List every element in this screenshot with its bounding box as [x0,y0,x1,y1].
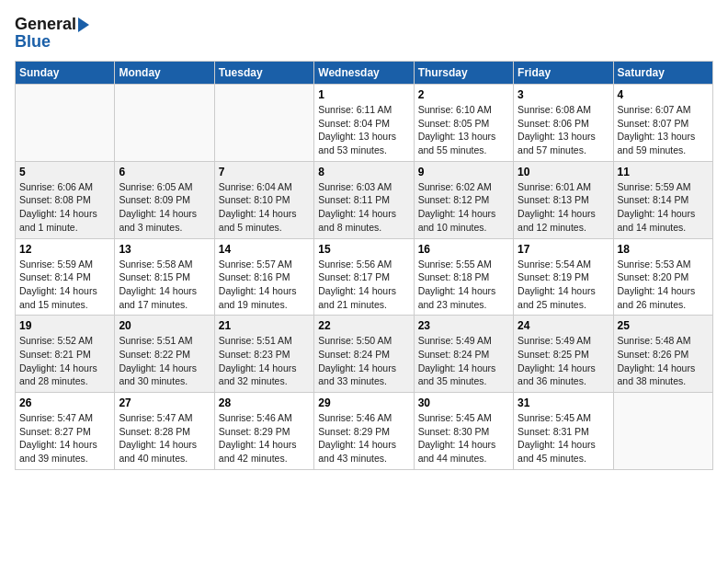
page-header: General Blue [15,15,713,52]
day-info: Sunrise: 6:03 AM Sunset: 8:11 PM Dayligh… [318,180,409,235]
day-info: Sunrise: 6:02 AM Sunset: 8:12 PM Dayligh… [418,180,509,235]
calendar-table: SundayMondayTuesdayWednesdayThursdayFrid… [15,61,713,470]
day-number: 31 [518,396,609,409]
day-info: Sunrise: 6:07 AM Sunset: 8:07 PM Dayligh… [618,103,709,157]
day-number: 10 [518,166,609,178]
day-number: 20 [119,319,210,332]
calendar-week-row: 19Sunrise: 5:52 AM Sunset: 8:21 PM Dayli… [16,316,713,393]
calendar-cell [115,85,214,162]
day-header-wednesday: Wednesday [314,62,414,85]
calendar-cell: 18Sunrise: 5:53 AM Sunset: 8:20 PM Dayli… [613,238,712,316]
calendar-cell: 31Sunrise: 5:45 AM Sunset: 8:31 PM Dayli… [514,393,613,470]
day-number: 13 [119,243,210,256]
calendar-cell: 7Sunrise: 6:04 AM Sunset: 8:10 PM Daylig… [214,161,313,238]
day-number: 2 [418,88,509,101]
day-header-thursday: Thursday [414,62,513,85]
day-header-friday: Friday [514,62,613,85]
day-info: Sunrise: 6:04 AM Sunset: 8:10 PM Dayligh… [219,180,310,235]
day-number: 9 [418,166,509,178]
day-number: 8 [318,166,409,178]
day-number: 11 [618,166,709,178]
day-info: Sunrise: 6:05 AM Sunset: 8:09 PM Dayligh… [119,180,210,235]
day-number: 24 [518,319,609,332]
calendar-cell: 8Sunrise: 6:03 AM Sunset: 8:11 PM Daylig… [314,161,414,238]
calendar-cell: 9Sunrise: 6:02 AM Sunset: 8:12 PM Daylig… [414,161,513,238]
day-info: Sunrise: 5:51 AM Sunset: 8:23 PM Dayligh… [219,334,310,388]
day-info: Sunrise: 5:46 AM Sunset: 8:29 PM Dayligh… [318,411,409,465]
day-info: Sunrise: 5:49 AM Sunset: 8:25 PM Dayligh… [518,334,609,388]
day-number: 4 [618,88,709,101]
day-number: 26 [19,396,110,409]
day-number: 14 [219,243,310,256]
day-number: 27 [119,396,210,409]
day-info: Sunrise: 5:48 AM Sunset: 8:26 PM Dayligh… [618,334,709,388]
day-number: 23 [418,319,509,332]
day-info: Sunrise: 5:47 AM Sunset: 8:28 PM Dayligh… [119,411,210,465]
calendar-cell: 19Sunrise: 5:52 AM Sunset: 8:21 PM Dayli… [16,316,115,393]
calendar-week-row: 26Sunrise: 5:47 AM Sunset: 8:27 PM Dayli… [16,393,713,470]
day-number: 19 [19,319,110,332]
calendar-week-row: 1Sunrise: 6:11 AM Sunset: 8:04 PM Daylig… [16,85,713,162]
day-info: Sunrise: 5:46 AM Sunset: 8:29 PM Dayligh… [219,411,310,465]
day-number: 12 [19,243,110,256]
calendar-cell: 4Sunrise: 6:07 AM Sunset: 8:07 PM Daylig… [613,85,712,162]
calendar-cell: 25Sunrise: 5:48 AM Sunset: 8:26 PM Dayli… [613,316,712,393]
calendar-cell: 29Sunrise: 5:46 AM Sunset: 8:29 PM Dayli… [314,393,414,470]
calendar-cell: 24Sunrise: 5:49 AM Sunset: 8:25 PM Dayli… [514,316,613,393]
day-header-monday: Monday [115,62,214,85]
calendar-cell: 14Sunrise: 5:57 AM Sunset: 8:16 PM Dayli… [214,238,313,316]
day-info: Sunrise: 5:57 AM Sunset: 8:16 PM Dayligh… [219,258,310,312]
calendar-cell: 21Sunrise: 5:51 AM Sunset: 8:23 PM Dayli… [214,316,313,393]
calendar-cell: 11Sunrise: 5:59 AM Sunset: 8:14 PM Dayli… [613,161,712,238]
day-info: Sunrise: 6:10 AM Sunset: 8:05 PM Dayligh… [418,103,509,157]
calendar-cell: 6Sunrise: 6:05 AM Sunset: 8:09 PM Daylig… [115,161,214,238]
header-row: SundayMondayTuesdayWednesdayThursdayFrid… [16,62,713,85]
calendar-cell: 2Sunrise: 6:10 AM Sunset: 8:05 PM Daylig… [414,85,513,162]
day-info: Sunrise: 5:59 AM Sunset: 8:14 PM Dayligh… [618,180,709,235]
day-number: 16 [418,243,509,256]
calendar-cell: 30Sunrise: 5:45 AM Sunset: 8:30 PM Dayli… [414,393,513,470]
day-info: Sunrise: 5:49 AM Sunset: 8:24 PM Dayligh… [418,334,509,388]
day-number: 7 [219,166,310,178]
calendar-cell: 27Sunrise: 5:47 AM Sunset: 8:28 PM Dayli… [115,393,214,470]
day-number: 15 [318,243,409,256]
day-info: Sunrise: 5:50 AM Sunset: 8:24 PM Dayligh… [318,334,409,388]
day-info: Sunrise: 5:58 AM Sunset: 8:15 PM Dayligh… [119,258,210,312]
day-info: Sunrise: 5:51 AM Sunset: 8:22 PM Dayligh… [119,334,210,388]
calendar-cell: 20Sunrise: 5:51 AM Sunset: 8:22 PM Dayli… [115,316,214,393]
day-info: Sunrise: 6:01 AM Sunset: 8:13 PM Dayligh… [518,180,609,235]
calendar-week-row: 5Sunrise: 6:06 AM Sunset: 8:08 PM Daylig… [16,161,713,238]
calendar-cell: 22Sunrise: 5:50 AM Sunset: 8:24 PM Dayli… [314,316,414,393]
calendar-cell: 26Sunrise: 5:47 AM Sunset: 8:27 PM Dayli… [16,393,115,470]
day-number: 28 [219,396,310,409]
calendar-cell: 10Sunrise: 6:01 AM Sunset: 8:13 PM Dayli… [514,161,613,238]
day-header-saturday: Saturday [613,62,712,85]
logo-general-text: General [15,15,76,34]
day-number: 6 [119,166,210,178]
calendar-cell [16,85,115,162]
day-info: Sunrise: 5:54 AM Sunset: 8:19 PM Dayligh… [518,258,609,312]
day-info: Sunrise: 5:45 AM Sunset: 8:30 PM Dayligh… [418,411,509,465]
day-number: 18 [618,243,709,256]
day-number: 22 [318,319,409,332]
calendar-cell: 5Sunrise: 6:06 AM Sunset: 8:08 PM Daylig… [16,161,115,238]
logo: General Blue [15,15,89,52]
day-info: Sunrise: 6:11 AM Sunset: 8:04 PM Dayligh… [318,103,409,157]
day-info: Sunrise: 6:08 AM Sunset: 8:06 PM Dayligh… [518,103,609,157]
day-number: 1 [318,88,409,101]
day-header-tuesday: Tuesday [214,62,313,85]
day-number: 30 [418,396,509,409]
calendar-cell: 13Sunrise: 5:58 AM Sunset: 8:15 PM Dayli… [115,238,214,316]
day-number: 29 [318,396,409,409]
day-header-sunday: Sunday [16,62,115,85]
calendar-cell: 16Sunrise: 5:55 AM Sunset: 8:18 PM Dayli… [414,238,513,316]
calendar-cell: 12Sunrise: 5:59 AM Sunset: 8:14 PM Dayli… [16,238,115,316]
day-info: Sunrise: 5:59 AM Sunset: 8:14 PM Dayligh… [19,258,110,312]
day-number: 21 [219,319,310,332]
calendar-cell [613,393,712,470]
day-info: Sunrise: 5:45 AM Sunset: 8:31 PM Dayligh… [518,411,609,465]
calendar-week-row: 12Sunrise: 5:59 AM Sunset: 8:14 PM Dayli… [16,238,713,316]
day-info: Sunrise: 5:47 AM Sunset: 8:27 PM Dayligh… [19,411,110,465]
day-number: 17 [518,243,609,256]
day-number: 5 [19,166,110,178]
